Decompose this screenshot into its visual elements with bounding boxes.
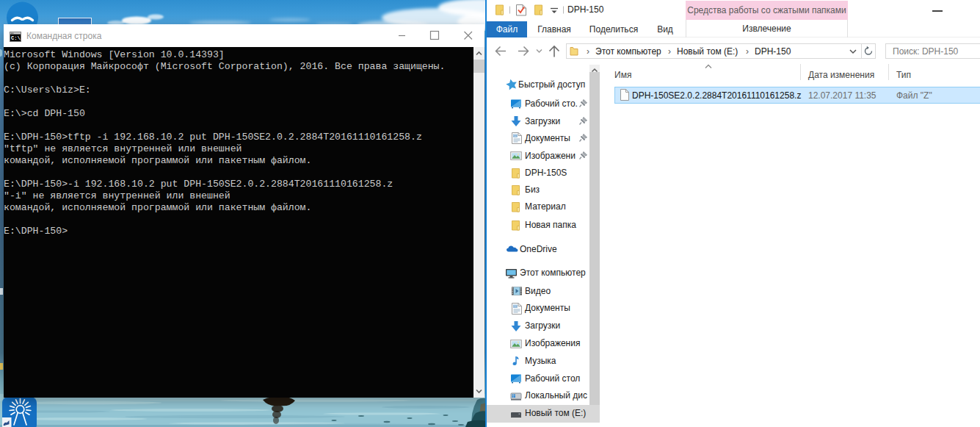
- svg-text:C:\.: C:\.: [11, 35, 21, 41]
